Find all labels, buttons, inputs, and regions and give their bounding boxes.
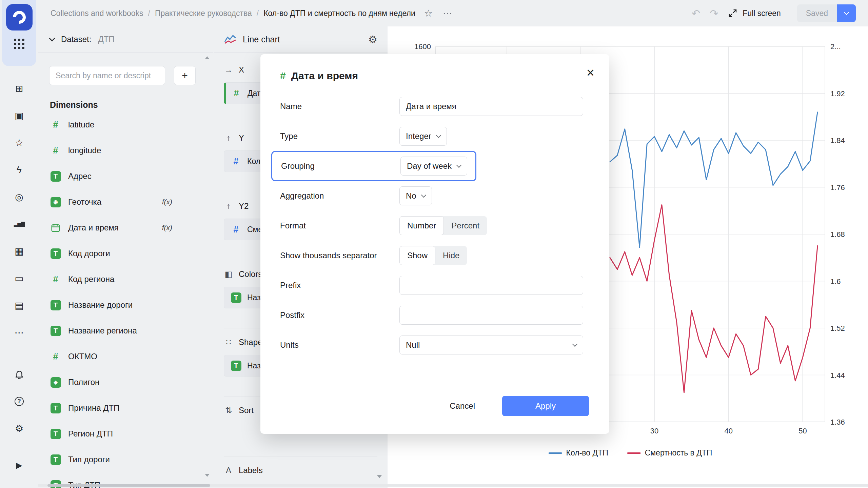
favorites-star-icon[interactable]: ☆ xyxy=(6,129,33,156)
saved-button[interactable]: Saved xyxy=(797,4,837,22)
field-row-Название региона[interactable]: TНазвание региона xyxy=(38,318,213,344)
more-ellipsis-icon[interactable]: ⋯ xyxy=(6,319,33,346)
postfix-row: Postfix xyxy=(280,306,585,325)
scrollbar-thumb[interactable] xyxy=(47,484,210,487)
chart-settings-gear-icon[interactable]: ⚙ xyxy=(368,34,377,45)
settings-gear-icon[interactable]: ⚙ xyxy=(6,415,33,442)
formula-badge: f(x) xyxy=(162,224,172,232)
shelf-label: Y xyxy=(239,133,244,143)
field-name: Название дороги xyxy=(68,300,133,310)
svg-text:40: 40 xyxy=(724,427,732,435)
favorite-star-icon[interactable]: ☆ xyxy=(424,8,433,19)
chevron-down-icon xyxy=(572,342,578,347)
legend-label: Кол-во ДТП xyxy=(566,448,608,458)
full-screen-label: Full screen xyxy=(743,9,781,18)
field-name: longitude xyxy=(68,146,101,155)
shelf-section-labels: ALabels xyxy=(224,456,377,488)
widgets-icon[interactable]: ⊞ xyxy=(6,75,33,102)
chart-type-title[interactable]: Line chart xyxy=(243,35,280,44)
full-screen-button[interactable]: Full screen xyxy=(728,8,781,18)
format-percent-option[interactable]: Percent xyxy=(444,216,487,235)
name-input[interactable] xyxy=(399,97,583,116)
dashboards-monitor-icon[interactable]: ▭ xyxy=(6,265,33,292)
grouping-select[interactable]: Day of week xyxy=(400,157,467,176)
close-icon[interactable]: × xyxy=(587,66,594,79)
search-input[interactable] xyxy=(49,66,165,85)
field-row-latitude[interactable]: #latitude xyxy=(38,112,213,138)
shapes-icon: ∷ xyxy=(224,338,233,347)
format-label: Format xyxy=(280,221,399,230)
apply-button[interactable]: Apply xyxy=(502,396,589,416)
help-icon[interactable]: ? xyxy=(6,388,33,415)
field-row-ОКТМО[interactable]: #ОКТМО xyxy=(38,344,213,369)
separator-hide-option[interactable]: Hide xyxy=(435,246,467,265)
datalens-logo[interactable] xyxy=(6,4,33,30)
field-row-Геоточка[interactable]: ◉Геоточкаf(x) xyxy=(38,189,213,215)
svg-text:2...: 2... xyxy=(830,42,841,51)
apps-grid-icon[interactable] xyxy=(14,39,24,49)
panel-scroll-down-icon[interactable] xyxy=(377,475,382,478)
bar-chart-icon: ▂▅▇ xyxy=(14,221,25,227)
editor-table-icon[interactable]: ▦ xyxy=(6,238,33,265)
field-row-Код региона[interactable]: #Код региона xyxy=(38,266,213,292)
format-number-option[interactable]: Number xyxy=(399,216,444,235)
sort-icon: ⇅ xyxy=(224,406,233,415)
breadcrumb-collections[interactable]: Collections and workbooks xyxy=(51,9,143,18)
scroll-down-icon[interactable] xyxy=(205,474,210,477)
prefix-label: Prefix xyxy=(280,281,399,290)
charts-icon[interactable]: ▂▅▇ xyxy=(6,210,33,238)
dimensions-list: #latitude#longitudeTАдрес◉Геоточкаf(x)Да… xyxy=(38,112,213,488)
notifications-bell-icon[interactable] xyxy=(6,361,33,388)
field-row-Код дороги[interactable]: TКод дороги xyxy=(38,241,213,266)
aggregation-select[interactable]: No xyxy=(399,186,432,205)
chevron-down-icon xyxy=(844,10,849,15)
chevron-down-icon xyxy=(421,192,426,198)
number-field-icon: # xyxy=(49,145,62,156)
field-row-Тип дороги[interactable]: TТип дороги xyxy=(38,447,213,472)
storage-folder-icon[interactable]: ▤ xyxy=(6,292,33,319)
text-field-icon: T xyxy=(49,403,62,413)
dataset-label: Dataset: xyxy=(61,35,91,44)
field-search-row: + xyxy=(49,66,202,85)
field-row-Название дороги[interactable]: TНазвание дороги xyxy=(38,292,213,318)
postfix-label: Postfix xyxy=(280,310,399,320)
prefix-input[interactable] xyxy=(399,276,583,295)
field-row-Причина ДТП[interactable]: TПричина ДТП xyxy=(38,395,213,421)
field-name: Причина ДТП xyxy=(68,403,119,413)
legend-label: Смертность в ДТП xyxy=(645,448,712,458)
connections-lightning-icon[interactable]: ϟ xyxy=(6,156,33,183)
shelf-label: Y2 xyxy=(239,201,249,211)
units-select[interactable]: Null xyxy=(399,336,583,354)
scroll-up-icon[interactable] xyxy=(205,56,210,59)
type-select[interactable]: Integer xyxy=(399,127,447,146)
name-row: Name xyxy=(280,97,585,116)
dialog-header: # Дата и время xyxy=(280,68,585,84)
save-dropdown-button[interactable] xyxy=(837,4,856,22)
undo-icon[interactable]: ↶ xyxy=(692,7,700,19)
field-row-Дата и время[interactable]: Дата и времяf(x) xyxy=(38,215,213,241)
expand-panel-icon[interactable]: ▶ xyxy=(6,452,33,479)
datasets-icon[interactable]: ◎ xyxy=(6,183,33,210)
field-row-longitude[interactable]: #longitude xyxy=(38,138,213,163)
field-row-Регион ДТП[interactable]: TРегион ДТП xyxy=(38,421,213,447)
labels-icon: A xyxy=(224,466,233,475)
postfix-input[interactable] xyxy=(399,306,583,325)
field-row-Полигон[interactable]: ◆Полигон xyxy=(38,369,213,395)
field-row-Адрес[interactable]: TАдрес xyxy=(38,163,213,189)
redo-icon[interactable]: ↷ xyxy=(710,7,718,19)
add-field-button[interactable]: + xyxy=(174,66,196,85)
field-name: Код региона xyxy=(68,274,114,284)
collections-icon[interactable]: ▣ xyxy=(6,102,33,129)
polygon-field-icon: ◆ xyxy=(49,377,62,388)
legend-item-Смертность в ДТП[interactable]: Смертность в ДТП xyxy=(627,448,712,458)
line-chart-type-icon[interactable] xyxy=(224,34,237,44)
dataset-selector[interactable]: Dataset: ДТП xyxy=(38,26,213,53)
fill-icon: ◧ xyxy=(224,269,233,279)
separator-show-option[interactable]: Show xyxy=(399,246,435,265)
legend-item-Кол-во ДТП[interactable]: Кол-во ДТП xyxy=(549,448,608,458)
chevron-down-icon xyxy=(456,163,462,168)
format-row: Format Number Percent xyxy=(280,216,585,235)
more-actions-icon[interactable]: ⋯ xyxy=(443,8,453,19)
breadcrumb-workbook[interactable]: Практические руководства xyxy=(143,9,252,18)
cancel-button[interactable]: Cancel xyxy=(450,401,475,411)
